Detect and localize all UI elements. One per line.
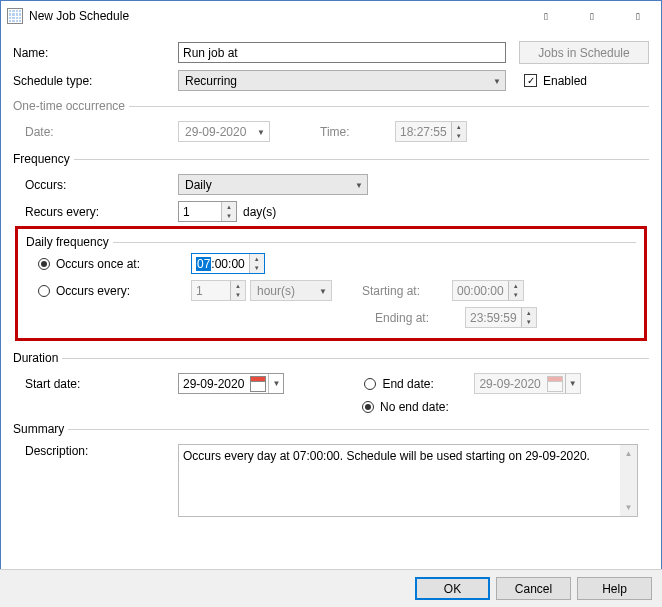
starting-at-value: 00:00:00 xyxy=(453,281,508,300)
schedule-type-value: Recurring xyxy=(185,74,237,88)
occurs-every-radio[interactable]: Occurs every: xyxy=(38,284,191,298)
close-button[interactable]:  xyxy=(615,1,661,31)
frequency-legend: Frequency xyxy=(13,152,74,166)
every-unit-select: hour(s) ▼ xyxy=(250,280,332,301)
chevron-up-icon: ▲ xyxy=(620,445,637,462)
every-unit-value: hour(s) xyxy=(257,284,295,298)
summary-legend: Summary xyxy=(13,422,68,436)
occurs-every-label: Occurs every: xyxy=(56,284,130,298)
once-hh: 07 xyxy=(196,257,211,271)
chevron-down-icon: ▼ xyxy=(222,212,236,222)
chevron-up-icon: ▲ xyxy=(522,308,536,318)
chevron-down-icon: ▼ xyxy=(565,374,580,393)
chevron-down-icon: ▼ xyxy=(319,286,327,295)
chevron-down-icon: ▼ xyxy=(250,264,264,274)
schedule-type-label: Schedule type: xyxy=(13,74,178,88)
every-value: 1 xyxy=(192,281,230,300)
radio-on-icon xyxy=(38,258,50,270)
check-icon: ✓ xyxy=(524,74,537,87)
title-bar: New Job Schedule    xyxy=(1,1,661,31)
help-button[interactable]: Help xyxy=(577,577,652,600)
description-textarea[interactable]: Occurs every day at 07:00:00. Schedule w… xyxy=(178,444,638,517)
occurs-once-label: Occurs once at: xyxy=(56,257,140,271)
start-date-label: Start date: xyxy=(25,377,178,391)
recurs-spinner[interactable]: 1 ▲▼ xyxy=(178,201,237,222)
end-date-field: 29-09-2020 ▼ xyxy=(474,373,580,394)
calendar-icon xyxy=(547,376,563,392)
duration-legend: Duration xyxy=(13,351,62,365)
occurs-select[interactable]: Daily ▼ xyxy=(178,174,368,195)
scrollbar[interactable]: ▲ ▼ xyxy=(620,445,637,516)
minimize-button[interactable]:  xyxy=(523,1,569,31)
daily-legend: Daily frequency xyxy=(26,235,113,249)
chevron-down-icon: ▼ xyxy=(493,76,501,85)
radio-off-icon xyxy=(38,285,50,297)
chevron-down-icon: ▼ xyxy=(452,132,466,142)
occurs-label: Occurs: xyxy=(25,178,178,192)
occurs-once-radio[interactable]: Occurs once at: xyxy=(38,257,191,271)
ending-at-value: 23:59:59 xyxy=(466,308,521,327)
end-date-label: End date: xyxy=(382,377,433,391)
chevron-down-icon: ▼ xyxy=(509,291,523,301)
recurs-label: Recurs every: xyxy=(25,205,178,219)
maximize-button[interactable]:  xyxy=(569,1,615,31)
onetime-date-label: Date: xyxy=(25,125,178,139)
chevron-up-icon: ▲ xyxy=(250,254,264,264)
enabled-checkbox[interactable]: ✓ Enabled xyxy=(524,74,587,88)
radio-on-icon xyxy=(362,401,374,413)
end-date-radio[interactable]: End date: xyxy=(364,377,474,391)
no-end-date-label: No end date: xyxy=(380,400,449,414)
enabled-label: Enabled xyxy=(543,74,587,88)
start-date-field[interactable]: 29-09-2020 ▼ xyxy=(178,373,284,394)
chevron-down-icon: ▼ xyxy=(257,127,265,136)
radio-off-icon xyxy=(364,378,376,390)
onetime-legend: One-time occurrence xyxy=(13,99,129,113)
recurs-value: 1 xyxy=(179,202,221,221)
chevron-up-icon: ▲ xyxy=(222,202,236,212)
chevron-up-icon: ▲ xyxy=(452,122,466,132)
start-date-value: 29-09-2020 xyxy=(179,377,248,391)
chevron-up-icon: ▲ xyxy=(509,281,523,291)
schedule-type-select[interactable]: Recurring ▼ xyxy=(178,70,506,91)
once-rest: :00:00 xyxy=(211,257,244,271)
occurs-once-time[interactable]: 07:00:00 ▲▼ xyxy=(191,253,265,274)
chevron-down-icon: ▼ xyxy=(522,318,536,328)
ok-button[interactable]: OK xyxy=(415,577,490,600)
jobs-in-schedule-button: Jobs in Schedule xyxy=(519,41,649,64)
recurs-unit: day(s) xyxy=(243,205,276,219)
onetime-time-label: Time: xyxy=(320,125,395,139)
chevron-down-icon: ▼ xyxy=(620,499,637,516)
end-date-value: 29-09-2020 xyxy=(475,377,544,391)
onetime-time-spinner: 18:27:55 ▲▼ xyxy=(395,121,467,142)
ending-at-spinner: 23:59:59 ▲▼ xyxy=(465,307,537,328)
daily-frequency-highlight: Daily frequency Occurs once at: 07:00:00… xyxy=(15,226,647,341)
chevron-up-icon: ▲ xyxy=(231,281,245,291)
chevron-down-icon: ▼ xyxy=(231,291,245,301)
window-title: New Job Schedule xyxy=(29,9,523,23)
chevron-down-icon: ▼ xyxy=(268,374,283,393)
name-label: Name: xyxy=(13,46,178,60)
cancel-button[interactable]: Cancel xyxy=(496,577,571,600)
occurs-value: Daily xyxy=(185,178,212,192)
starting-at-label: Starting at: xyxy=(362,284,452,298)
onetime-date-value: 29-09-2020 xyxy=(185,125,246,139)
calendar-icon xyxy=(250,376,266,392)
onetime-time-value: 18:27:55 xyxy=(396,122,451,141)
description-value: Occurs every day at 07:00:00. Schedule w… xyxy=(183,449,590,463)
app-icon xyxy=(7,8,23,24)
name-input[interactable] xyxy=(178,42,506,63)
dialog-button-bar: OK Cancel Help xyxy=(0,569,662,607)
no-end-date-radio[interactable]: No end date: xyxy=(362,400,449,414)
starting-at-spinner: 00:00:00 ▲▼ xyxy=(452,280,524,301)
occurs-every-spinner: 1 ▲▼ xyxy=(191,280,246,301)
ending-at-label: Ending at: xyxy=(375,311,465,325)
description-label: Description: xyxy=(25,444,178,458)
chevron-down-icon: ▼ xyxy=(355,180,363,189)
